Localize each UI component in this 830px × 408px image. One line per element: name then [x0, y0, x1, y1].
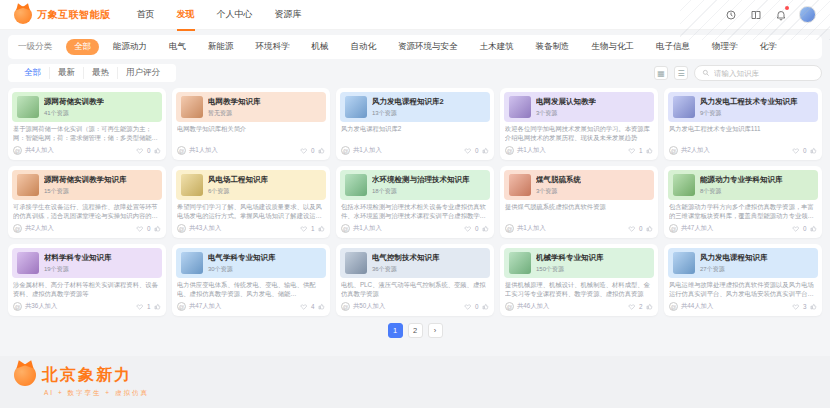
knowledge-card[interactable]: 源网荷储实训教学 41个资源 基于源网荷储一体化实训（源：可再生能源为主；网：智…	[8, 88, 166, 160]
heart-icon[interactable]	[792, 147, 800, 155]
knowledge-card[interactable]: 水环境检测与治理技术知识库 18个资源 包括水环境检测与治理技术相关设备专业虚拟…	[336, 166, 494, 238]
heart-icon[interactable]	[300, 303, 308, 311]
knowledge-card[interactable]: 风力发电课程知识库 27个资源 风电运维与故障处理虚拟仿真软件资源以及风力电场运…	[664, 244, 822, 316]
category-item[interactable]: 资源环境与安全	[390, 39, 466, 55]
card-joined: 共1人加入	[353, 146, 382, 155]
next-page-button[interactable]: ›	[428, 323, 443, 338]
bell-icon[interactable]	[774, 8, 787, 21]
thumbs-up-icon[interactable]	[318, 303, 326, 311]
owner-icon: @	[177, 302, 186, 311]
card-thumbnail	[345, 96, 367, 118]
thumbs-up-icon[interactable]	[646, 303, 654, 311]
heart-icon[interactable]	[628, 225, 636, 233]
thumbs-up-icon[interactable]	[482, 225, 490, 233]
nav-item-个人中心[interactable]: 个人中心	[217, 0, 253, 31]
heart-icon[interactable]	[136, 225, 144, 233]
category-item[interactable]: 全部	[66, 39, 99, 55]
page-button-2[interactable]: 2	[408, 323, 423, 338]
heart-icon[interactable]	[300, 147, 308, 155]
heart-icon[interactable]	[300, 225, 308, 233]
category-item[interactable]: 物理学	[704, 39, 746, 55]
thumbs-up-icon[interactable]	[154, 303, 162, 311]
thumbs-up-icon[interactable]	[482, 147, 490, 155]
sort-tab[interactable]: 最热	[84, 67, 118, 79]
knowledge-card[interactable]: 电气学科专业知识库 30个资源 电力供应变电体系、传统发电、变电、输电、供配电、…	[172, 244, 330, 316]
heart-icon[interactable]	[628, 303, 636, 311]
knowledge-card[interactable]: 风力发电工程技术专业知识库 9个资源 风力发电工程技术专业知识库111 @ 共2…	[664, 88, 822, 160]
search-box[interactable]	[694, 65, 822, 81]
nav-item-发现[interactable]: 发现	[177, 0, 195, 31]
card-joined: 共1人加入	[189, 146, 218, 155]
category-item[interactable]: 电子信息	[648, 39, 698, 55]
heart-icon[interactable]	[464, 225, 472, 233]
card-stats: 0	[792, 147, 817, 155]
card-count: 19个资源	[44, 265, 112, 274]
knowledge-card[interactable]: 煤气脱硫系统 3个资源 提供煤气脱硫系统虚拟仿真软件资源 @ 共1人加入 0	[500, 166, 658, 238]
card-stats: 0	[792, 225, 817, 233]
knowledge-card[interactable]: 电网教学知识库 暂无资源 电网教学知识库相关简介 @ 共1人加入 0	[172, 88, 330, 160]
sort-tab[interactable]: 全部	[16, 67, 50, 79]
card-likes: 0	[475, 303, 479, 310]
card-joined: 共1人加入	[353, 224, 382, 233]
card-head-text: 源网荷储实训教学知识库 15个资源	[44, 175, 127, 196]
knowledge-card[interactable]: 能源动力专业学科知识库 8个资源 包含能源动力学科方向多个虚拟仿真教学资源，丰富…	[664, 166, 822, 238]
category-item[interactable]: 装备制造	[528, 39, 578, 55]
user-avatar[interactable]	[799, 6, 816, 23]
heart-icon[interactable]	[792, 225, 800, 233]
knowledge-card[interactable]: 电气控制技术知识库 36个资源 电机、PLC、液压气动等电气控制系统、变频、虚拟…	[336, 244, 494, 316]
card-title: 风力发电课程知识库2	[372, 97, 444, 107]
thumbs-up-icon[interactable]	[810, 147, 818, 155]
sort-tab[interactable]: 最新	[50, 67, 84, 79]
knowledge-card[interactable]: 机械学科专业知识库 150个资源 提供机械原理、机械设计、机械制造、材料成型、金…	[500, 244, 658, 316]
category-item[interactable]: 环境科学	[248, 39, 298, 55]
history-icon[interactable]	[724, 8, 737, 21]
thumbs-up-icon[interactable]	[154, 147, 162, 155]
knowledge-card[interactable]: 材料学科专业知识库 19个资源 涉金属材料、高分子材料等相关实训课程资料、设备资…	[8, 244, 166, 316]
category-item[interactable]: 能源动力	[105, 39, 155, 55]
heart-icon[interactable]	[628, 147, 636, 155]
list-view-icon[interactable]: ☰	[674, 66, 688, 80]
book-icon[interactable]	[749, 8, 762, 21]
search-input[interactable]	[714, 69, 814, 78]
heart-icon[interactable]	[136, 303, 144, 311]
nav-item-资源库[interactable]: 资源库	[275, 0, 302, 31]
thumbs-up-icon[interactable]	[482, 303, 490, 311]
heart-icon[interactable]	[136, 147, 144, 155]
category-item[interactable]: 新能源	[200, 39, 242, 55]
owner-icon: @	[341, 224, 350, 233]
card-likes: 1	[639, 147, 643, 154]
card-joined: 共4人加入	[25, 146, 54, 155]
knowledge-card[interactable]: 源网荷储实训教学知识库 15个资源 可承接学生在设备运行、流程操作、故障处置等环…	[8, 166, 166, 238]
heart-icon[interactable]	[792, 303, 800, 311]
heart-icon[interactable]	[464, 303, 472, 311]
category-item[interactable]: 土木建筑	[472, 39, 522, 55]
app-logo[interactable]: 万象互联智能版	[14, 6, 111, 24]
category-item[interactable]: 生物与化工	[584, 39, 643, 55]
thumbs-up-icon[interactable]	[318, 147, 326, 155]
card-count: 150个资源	[536, 265, 604, 274]
thumbs-up-icon[interactable]	[646, 147, 654, 155]
thumbs-up-icon[interactable]	[646, 225, 654, 233]
category-list: 全部能源动力电气新能源环境科学机械自动化资源环境与安全土木建筑装备制造生物与化工…	[66, 39, 785, 55]
knowledge-card[interactable]: 电网发展认知教学 3个资源 欢迎各位同学加电网技术发展知识的学习。本资源库介绍电…	[500, 88, 658, 160]
thumbs-up-icon[interactable]	[810, 225, 818, 233]
knowledge-card[interactable]: 风电场工程知识库 6个资源 希望同学们学习了解、风电场建设质量要求、以及风电场发…	[172, 166, 330, 238]
card-header: 源网荷储实训教学知识库 15个资源	[12, 170, 162, 200]
page-button-1[interactable]: 1	[388, 323, 403, 338]
grid-view-icon[interactable]: ▦	[654, 66, 668, 80]
card-description: 风力发电课程知识库2	[341, 125, 489, 143]
thumbs-up-icon[interactable]	[154, 225, 162, 233]
thumbs-up-icon[interactable]	[810, 303, 818, 311]
knowledge-card[interactable]: 风力发电课程知识库2 13个资源 风力发电课程知识库2 @ 共1人加入 0	[336, 88, 494, 160]
category-item[interactable]: 电气	[161, 39, 194, 55]
category-item[interactable]: 自动化	[343, 39, 385, 55]
nav-item-首页[interactable]: 首页	[137, 0, 155, 31]
category-item[interactable]: 机械	[304, 39, 337, 55]
heart-icon[interactable]	[464, 147, 472, 155]
category-item[interactable]: 化学	[752, 39, 785, 55]
card-footer: @ 共46人加入 2	[504, 302, 654, 312]
card-likes: 0	[147, 225, 151, 232]
thumbs-up-icon[interactable]	[318, 225, 326, 233]
card-likes: 0	[311, 147, 315, 154]
sort-tab[interactable]: 用户评分	[118, 67, 168, 79]
